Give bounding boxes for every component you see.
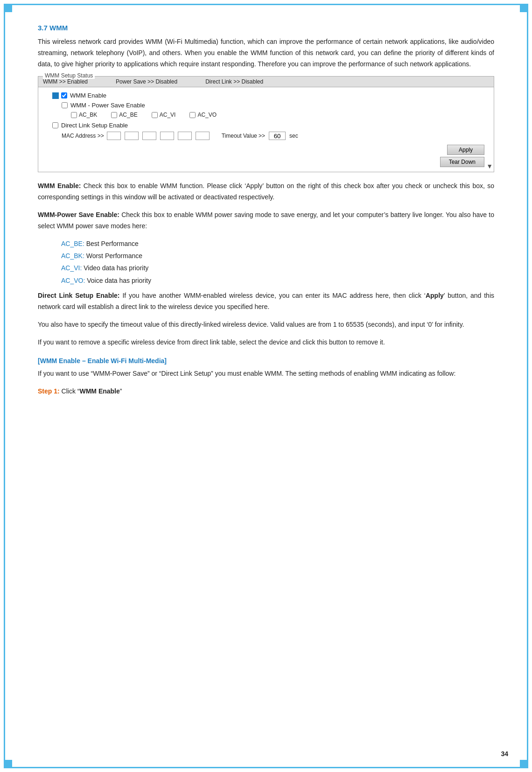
ac-vo-desc: Voice data has priority (85, 277, 151, 284)
step1-text: Step 1: Click “WMM Enable” (38, 386, 494, 397)
ac-be-code: AC_BE: (61, 240, 84, 247)
timeout-note: You also have to specify the timeout val… (38, 319, 494, 330)
mac-timeout-row: MAC Address >> Timeout Value >> sec (62, 132, 484, 140)
wmm-enable-desc-label: WMM Enable: (38, 182, 81, 189)
ac-be-checkbox[interactable] (111, 112, 117, 118)
ac-vi-code: AC_VI: (61, 264, 82, 272)
mac-field-1[interactable] (107, 132, 121, 140)
mac-field-3[interactable] (142, 132, 156, 140)
timeout-unit: sec (289, 133, 298, 139)
ac-vi-checkbox[interactable] (152, 112, 158, 118)
wmm-enable-desc-text: Check this box to enable WMM function. P… (38, 182, 494, 201)
wmm-buttons: Apply Tear Down (52, 145, 484, 167)
ac-vo-item: AC_VO: Voice data has priority (61, 275, 494, 286)
direct-link-label: Direct Link Setup Enable (61, 122, 128, 129)
wmm-enable-section-intro: If you want to use “WMM-Power Save” or “… (38, 368, 494, 379)
direct-link-desc-text: If you have another WMM-enabled wireless… (120, 292, 426, 299)
tear-down-button[interactable]: Tear Down (440, 157, 484, 167)
ac-list: AC_BE: Best Performance AC_BK: Worst Per… (61, 239, 494, 286)
mac-address-label: MAC Address >> (62, 133, 104, 139)
wmm-ac-checkboxes: AC_BK AC_BE AC_VI AC_VO (71, 112, 484, 118)
direct-link-checkbox[interactable] (52, 122, 58, 128)
ac-vo-code: AC_VO: (61, 277, 85, 284)
corner-tr (520, 4, 528, 12)
ac-vo-checkbox[interactable] (189, 112, 196, 118)
mac-field-6[interactable] (196, 132, 210, 140)
wmm-enable-desc: WMM Enable: Check this box to enable WMM… (38, 181, 494, 203)
mac-field-5[interactable] (178, 132, 192, 140)
ac-bk-item: AC_BK: Worst Performance (61, 251, 494, 261)
wmm-enable-section-title: [WMM Enable – Enable Wi-Fi Multi-Media] (38, 357, 494, 365)
page-border: 3.7 WMM This wireless network card provi… (4, 4, 528, 768)
wmm-enable-row: WMM Enable (52, 92, 484, 99)
scroll-arrow: ▼ (486, 162, 493, 170)
ac-vi-label: AC_VI (152, 112, 176, 118)
wmm-status-direct-link: Direct Link >> Disabled (205, 78, 263, 85)
wmm-status-bar: WMM >> Enabled Power Save >> Disabled Di… (38, 77, 494, 87)
step1-bold: WMM Enable (79, 387, 119, 395)
section-intro: This wireless network card provides WMM … (38, 36, 494, 70)
ac-vi-item: AC_VI: Video data has priority (61, 263, 494, 273)
remove-note: If you want to remove a specific wireles… (38, 337, 494, 348)
page-number: 34 (501, 750, 508, 758)
apply-button[interactable]: Apply (447, 145, 484, 155)
wmm-setup-box: WMM Setup Status WMM >> Enabled Power Sa… (38, 76, 494, 172)
direct-link-row: Direct Link Setup Enable (52, 122, 484, 129)
ac-bk-checkbox[interactable] (71, 112, 77, 118)
direct-link-desc-label: Direct Link Setup Enable: (38, 292, 120, 299)
wmm-enable-icon (52, 92, 59, 99)
step1-label: Step 1: (38, 387, 60, 395)
direct-link-desc: Direct Link Setup Enable: If you have an… (38, 290, 494, 313)
timeout-label: Timeout Value >> (222, 133, 265, 139)
step1-text-part: Click “ (60, 387, 80, 395)
ac-vo-label: AC_VO (189, 112, 217, 118)
ac-bk-label: AC_BK (71, 112, 97, 118)
ac-vi-desc: Video data has priority (82, 264, 148, 272)
ac-be-label: AC_BE (111, 112, 137, 118)
wmm-enable-label: WMM Enable (70, 92, 106, 99)
wmm-power-save-checkbox[interactable] (62, 102, 68, 108)
wmm-body: WMM Enable WMM - Power Save Enable AC_BK… (38, 87, 494, 172)
wmm-status-enabled: WMM >> Enabled (43, 78, 88, 85)
step1-end: ” (120, 387, 122, 395)
direct-link-apply-text: Apply (426, 292, 444, 299)
mac-field-2[interactable] (125, 132, 139, 140)
corner-br (520, 760, 528, 768)
ac-bk-desc: Worst Performance (84, 252, 142, 260)
wmm-power-save-desc-label: WMM-Power Save Enable: (38, 211, 119, 218)
wmm-setup-legend: WMM Setup Status (43, 72, 95, 79)
wmm-power-save-label: WMM - Power Save Enable (70, 102, 145, 109)
ac-be-item: AC_BE: Best Performance (61, 239, 494, 249)
wmm-status-power-save: Power Save >> Disabled (116, 78, 177, 85)
mac-field-4[interactable] (160, 132, 174, 140)
corner-bl (4, 760, 12, 768)
ac-bk-code: AC_BK: (61, 252, 84, 260)
ac-be-desc: Best Performance (84, 240, 139, 247)
section-title: 3.7 WMM (38, 24, 494, 32)
wmm-power-save-desc: WMM-Power Save Enable: Check this box to… (38, 210, 494, 232)
wmm-power-save-row: WMM - Power Save Enable (62, 102, 484, 109)
wmm-enable-checkbox[interactable] (61, 92, 67, 98)
timeout-input[interactable] (269, 132, 286, 140)
corner-tl (4, 4, 12, 12)
